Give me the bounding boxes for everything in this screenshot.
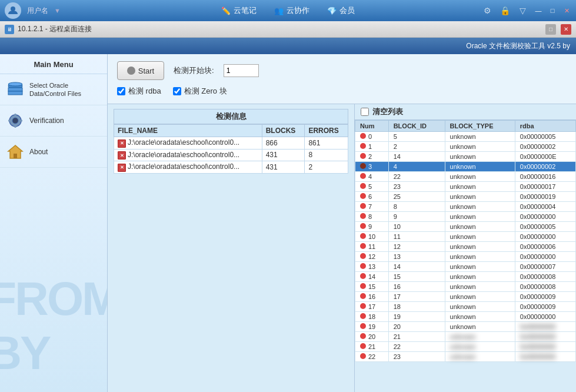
list-item[interactable]: 5 23 unknown 0x00000017 <box>355 182 576 192</box>
sidebar-item-verification[interactable]: Verification <box>0 105 107 137</box>
cell-rdba: 0x00000000 <box>515 312 575 322</box>
nav-notes[interactable]: ✏️ 云笔记 <box>221 5 257 16</box>
table-row[interactable]: ✕J:\oracle\oradata\eschool\control0... 4… <box>114 149 348 161</box>
cell-rdba: 0x00000008 <box>515 272 575 282</box>
nav-collab[interactable]: 👥 云协作 <box>274 5 309 16</box>
sidebar-item-verification-label: Verification <box>29 117 64 125</box>
svg-rect-8 <box>15 125 16 128</box>
cell-block-type: unknown <box>445 142 515 152</box>
file-error-icon: ✕ <box>118 164 126 172</box>
cell-num: 4 <box>355 172 389 182</box>
check-zero-item[interactable]: 检测 Zero 块 <box>173 86 227 97</box>
cell-block-id: 9 <box>388 212 445 222</box>
minimize-button[interactable]: — <box>534 6 543 15</box>
cell-block-type: unknown <box>445 352 515 362</box>
check-zero-label: 检测 Zero 块 <box>184 86 227 97</box>
close-button[interactable]: ✕ <box>562 6 571 15</box>
cell-rdba: 0x00000004 <box>515 202 575 212</box>
cell-num: 11 <box>355 242 389 252</box>
list-item[interactable]: 18 19 unknown 0x00000000 <box>355 312 576 322</box>
house-icon <box>6 142 25 161</box>
clear-list-checkbox[interactable] <box>361 108 369 116</box>
status-dot <box>360 303 366 309</box>
list-item[interactable]: 8 9 unknown 0x00000000 <box>355 212 576 222</box>
sidebar-item-select-files[interactable]: Select Oracle Data/Control Files <box>0 74 107 105</box>
cell-rdba: 0x00000016 <box>515 172 575 182</box>
list-item[interactable]: 3 4 unknown 0x00000002 <box>355 162 576 172</box>
file-section-title: 检测信息 <box>114 109 348 124</box>
list-item[interactable]: 1 2 unknown 0x00000002 <box>355 142 576 152</box>
list-item[interactable]: 22 23 unknown 0x00000000 <box>355 352 576 362</box>
sidebar-item-about[interactable]: About <box>0 137 107 168</box>
remote-close-button[interactable]: ✕ <box>561 24 571 35</box>
cell-rdba: 0x00000019 <box>515 192 575 202</box>
nav-member[interactable]: 💎 会员 <box>327 5 355 16</box>
status-dot <box>360 343 366 349</box>
data-table: Num BLOCK_ID BLOCK_TYPE rdba 0 5 unknown… <box>355 120 576 362</box>
col-block-id: BLOCK_ID <box>388 121 445 132</box>
file-table-section: 检测信息 FILE_NAME BLOCKS ERRORS ✕J:\oracle\… <box>108 104 354 178</box>
status-dot <box>360 173 366 179</box>
cell-num: 9 <box>355 222 389 232</box>
list-item[interactable]: 13 14 unknown 0x00000007 <box>355 262 576 272</box>
list-item[interactable]: 10 11 unknown 0x00000000 <box>355 232 576 242</box>
cell-num: 3 <box>355 162 389 172</box>
cell-errors: 861 <box>305 137 348 150</box>
cell-block-type: unknown <box>445 172 515 182</box>
file-error-icon: ✕ <box>118 151 126 160</box>
status-dot <box>360 253 366 259</box>
list-item[interactable]: 2 14 unknown 0x0000000E <box>355 152 576 162</box>
cell-rdba: 0x00000000 <box>515 212 575 222</box>
list-item[interactable]: 4 22 unknown 0x00000016 <box>355 172 576 182</box>
status-dot <box>360 203 366 209</box>
list-item[interactable]: 9 10 unknown 0x00000005 <box>355 222 576 232</box>
list-item[interactable]: 21 22 unknown 0x00000000 <box>355 342 576 352</box>
cell-rdba: 0x00000000 <box>515 322 575 332</box>
remote-maximize-button[interactable]: □ <box>545 24 556 35</box>
cell-block-type: unknown <box>445 302 515 312</box>
cell-blocks: 866 <box>262 137 305 150</box>
col-blocks: BLOCKS <box>262 125 305 137</box>
list-item[interactable]: 17 18 unknown 0x00000009 <box>355 302 576 312</box>
check-start-input[interactable] <box>224 64 259 77</box>
sidebar: Main Menu Select Oracle Data/Control Fil… <box>0 54 108 392</box>
cell-rdba: 0x0000000E <box>515 152 575 162</box>
left-panel: 检测信息 FILE_NAME BLOCKS ERRORS ✕J:\oracle\… <box>108 104 355 392</box>
cell-rdba: 0x00000000 <box>515 332 575 342</box>
lock-icon[interactable]: 🔒 <box>498 4 511 17</box>
list-item[interactable]: 11 12 unknown 0x00000006 <box>355 242 576 252</box>
list-item[interactable]: 6 25 unknown 0x00000019 <box>355 192 576 202</box>
cell-block-id: 2 <box>388 142 445 152</box>
status-dot <box>360 353 366 359</box>
table-row[interactable]: ✕J:\oracle\oradata\eschool\control0... 8… <box>114 137 348 150</box>
oracle-title: Oracle 文件检测校验工具 v2.5 by <box>466 41 570 51</box>
list-item[interactable]: 16 17 unknown 0x00000009 <box>355 292 576 302</box>
list-item[interactable]: 19 20 unknown 0x00000000 <box>355 322 576 332</box>
list-item[interactable]: 12 13 unknown 0x00000000 <box>355 252 576 262</box>
cell-block-type: unknown <box>445 312 515 322</box>
filter-icon[interactable]: ▽ <box>516 4 529 17</box>
check-zero-checkbox[interactable] <box>173 87 181 95</box>
start-button[interactable]: Start <box>117 61 164 80</box>
list-item[interactable]: 14 15 unknown 0x00000008 <box>355 272 576 282</box>
cell-block-id: 25 <box>388 192 445 202</box>
check-rdba-checkbox[interactable] <box>117 87 125 95</box>
list-item[interactable]: 7 8 unknown 0x00000004 <box>355 202 576 212</box>
right-panel-header: 清空列表 <box>355 104 576 120</box>
status-dot <box>360 153 366 159</box>
cell-block-type: unknown <box>445 182 515 192</box>
settings-icon[interactable]: ⚙ <box>481 4 494 17</box>
status-dot <box>360 263 366 269</box>
maximize-button[interactable]: □ <box>548 6 557 15</box>
table-row[interactable]: ✕J:\oracle\oradata\eschool\control0... 4… <box>114 161 348 174</box>
svg-rect-9 <box>8 120 11 122</box>
check-rdba-item[interactable]: 检测 rdba <box>117 86 161 97</box>
data-table-container[interactable]: Num BLOCK_ID BLOCK_TYPE rdba 0 5 unknown… <box>355 120 576 392</box>
list-item[interactable]: 15 16 unknown 0x00000008 <box>355 282 576 292</box>
cell-block-type: unknown <box>445 192 515 202</box>
list-item[interactable]: 20 21 unknown 0x00000000 <box>355 332 576 342</box>
sidebar-logo: FROMBY <box>0 272 108 380</box>
list-item[interactable]: 0 5 unknown 0x00000005 <box>355 132 576 142</box>
check-start-label: 检测开始块: <box>174 65 214 76</box>
cell-block-id: 21 <box>388 332 445 342</box>
